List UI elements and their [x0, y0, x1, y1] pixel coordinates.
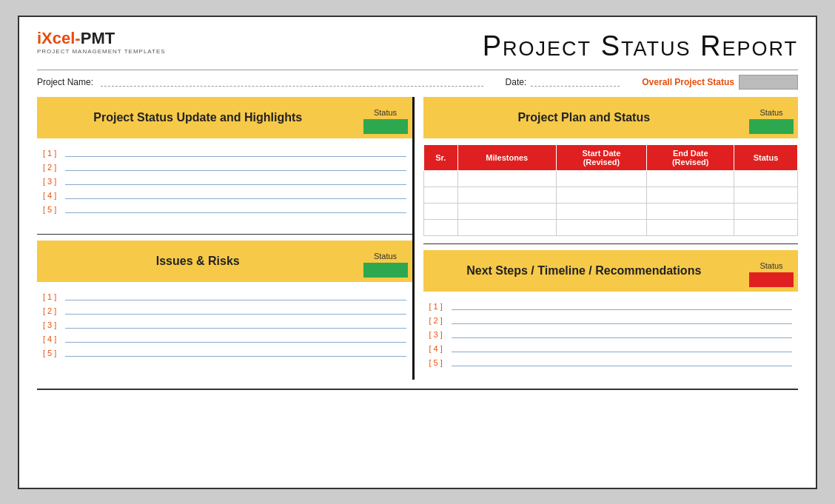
page-container: iXcel-PMT PROJECT MANAGEMENT TEMPLATES P…	[18, 16, 817, 489]
bottom-right-status-indicator	[749, 272, 794, 287]
list-item: [ 1 ]	[429, 302, 793, 311]
bottom-right-list: [ 1 ] [ 2 ] [ 3 ] [ 4 ] [ 5 ]	[423, 298, 799, 380]
top-right-status-area: Status	[745, 97, 798, 138]
top-left-status-indicator	[363, 119, 408, 134]
table-cell	[647, 187, 734, 203]
list-item: [ 4 ]	[429, 344, 793, 353]
table-cell	[556, 170, 647, 187]
table-cell	[647, 219, 734, 235]
date-line	[531, 78, 620, 87]
list-line-1	[65, 149, 406, 157]
table-cell	[423, 170, 457, 187]
bottom-left-title: Issues & Risks	[156, 255, 240, 268]
table-cell	[734, 219, 798, 235]
right-column: Project Plan and Status Status Sr. Miles…	[415, 97, 799, 380]
bl-list-number-2: [ 2 ]	[43, 306, 64, 315]
bottom-left-section-header: Issues & Risks Status	[37, 241, 412, 282]
br-list-number-2: [ 2 ]	[429, 316, 450, 325]
table-cell	[647, 203, 734, 219]
bottom-left-status-indicator	[363, 263, 408, 278]
bottom-right-status-label: Status	[759, 261, 782, 270]
list-number-1: [ 1 ]	[43, 149, 64, 158]
milestone-table: Sr. Milestones Start Date(Revised) End D…	[423, 144, 799, 236]
list-item: [ 5 ]	[429, 358, 793, 367]
table-row	[423, 219, 798, 235]
col-header-sr: Sr.	[423, 144, 457, 170]
list-number-5: [ 5 ]	[43, 205, 64, 214]
table-row	[423, 170, 798, 187]
list-line-4	[65, 192, 406, 199]
left-column: Project Status Update and Highlights Sta…	[37, 97, 415, 380]
bottom-left-status-area: Status	[359, 241, 412, 282]
bottom-right-title-area: Next Steps / Timeline / Recommendations	[423, 250, 745, 292]
list-item: [ 3 ]	[429, 330, 793, 339]
top-right-section-header: Project Plan and Status Status	[423, 97, 799, 138]
table-cell	[647, 170, 734, 187]
meta-row: Project Name: Date: Overall Project Stat…	[37, 70, 798, 90]
logo-area: iXcel-PMT PROJECT MANAGEMENT TEMPLATES	[37, 30, 166, 55]
list-line-5	[65, 206, 406, 213]
br-list-line-5	[452, 359, 793, 366]
logo-pmt: PMT	[81, 29, 115, 47]
list-item: [ 2 ]	[429, 316, 793, 325]
bl-list-line-4	[65, 335, 406, 343]
bl-list-line-1	[65, 293, 406, 300]
project-name-label: Project Name:	[37, 77, 93, 87]
logo-text: iXcel-PMT	[37, 30, 166, 47]
top-left-section-header: Project Status Update and Highlights Sta…	[37, 97, 412, 138]
bl-list-number-5: [ 5 ]	[43, 349, 64, 357]
top-left-list: [ 1 ] [ 2 ] [ 3 ] [ 4 ] [ 5 ]	[37, 144, 412, 226]
overall-status-group: Overall Project Status	[642, 75, 798, 90]
top-left-title-area: Project Status Update and Highlights	[37, 97, 359, 138]
table-cell	[556, 219, 647, 235]
top-left-title: Project Status Update and Highlights	[93, 111, 302, 124]
bl-list-number-3: [ 3 ]	[43, 320, 64, 329]
list-line-3	[65, 178, 406, 185]
list-item: [ 1 ]	[43, 149, 406, 158]
list-number-4: [ 4 ]	[43, 191, 64, 200]
horiz-separator	[37, 234, 412, 235]
bottom-left-list: [ 1 ] [ 2 ] [ 3 ] [ 4 ] [ 5 ]	[37, 288, 412, 370]
logo-excel: iXcel-	[37, 29, 81, 47]
table-cell	[734, 187, 798, 203]
bottom-right-status-area: Status	[745, 250, 798, 292]
list-item: [ 3 ]	[43, 320, 406, 329]
list-item: [ 3 ]	[43, 177, 406, 186]
col-header-status: Status	[734, 144, 798, 170]
right-horiz-separator	[423, 243, 799, 244]
list-item: [ 5 ]	[43, 205, 406, 214]
br-list-number-5: [ 5 ]	[429, 358, 450, 367]
table-cell	[423, 203, 457, 219]
date-group: Date:	[506, 77, 620, 87]
list-item: [ 4 ]	[43, 191, 406, 200]
br-list-number-4: [ 4 ]	[429, 344, 450, 353]
bl-list-line-5	[65, 349, 406, 357]
table-cell	[457, 203, 556, 219]
date-label: Date:	[506, 77, 527, 87]
header: iXcel-PMT PROJECT MANAGEMENT TEMPLATES P…	[37, 30, 798, 62]
report-title: Project Status Report	[483, 30, 798, 62]
bl-list-line-3	[65, 321, 406, 329]
list-item: [ 4 ]	[43, 335, 406, 343]
table-cell	[457, 187, 556, 203]
logo-sub: PROJECT MANAGEMENT TEMPLATES	[37, 48, 166, 55]
top-left-status-label: Status	[374, 108, 397, 117]
col-header-start-date: Start Date(Revised)	[556, 144, 647, 170]
br-list-line-2	[452, 317, 793, 324]
list-number-2: [ 2 ]	[43, 163, 64, 172]
list-number-3: [ 3 ]	[43, 177, 64, 186]
table-cell	[457, 219, 556, 235]
list-item: [ 5 ]	[43, 349, 406, 357]
overall-status-box	[739, 75, 798, 90]
table-cell	[556, 203, 647, 219]
top-left-status-area: Status	[359, 97, 412, 138]
table-cell	[734, 203, 798, 219]
content-grid: Project Status Update and Highlights Sta…	[37, 97, 798, 380]
bottom-left-title-area: Issues & Risks	[37, 241, 359, 282]
bl-list-number-1: [ 1 ]	[43, 292, 64, 301]
top-right-title-area: Project Plan and Status	[423, 97, 745, 138]
list-item: [ 2 ]	[43, 163, 406, 172]
col-header-milestones: Milestones	[457, 144, 556, 170]
bottom-right-title: Next Steps / Timeline / Recommendations	[466, 264, 701, 278]
table-header-row: Sr. Milestones Start Date(Revised) End D…	[423, 144, 798, 170]
